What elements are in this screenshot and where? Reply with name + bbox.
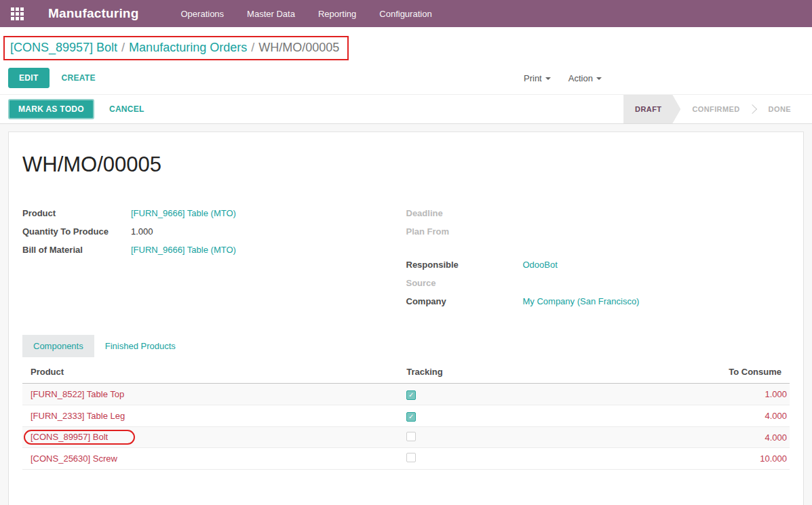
mo-title: WH/MO/00005 [22,153,790,177]
table-row[interactable]: [FURN_8522] Table Top 1.000 [22,384,790,405]
nav-item-reporting[interactable]: Reporting [318,9,356,19]
nav-item-configuration[interactable]: Configuration [379,9,431,19]
cell-to-consume: 1.000 [644,384,790,405]
form-sheet: WH/MO/00005 Product [FURN_9666] Table (M… [8,132,804,505]
apps-grid-icon[interactable] [11,7,24,20]
field-responsible: Responsible OdooBot [406,260,790,272]
cell-product[interactable]: [CONS_25630] Screw [31,452,117,465]
edit-button[interactable]: EDIT [8,68,50,88]
breadcrumb-item-bolt[interactable]: [CONS_89957] Bolt [10,41,117,54]
control-panel: [CONS_89957] Bolt/Manufacturing Orders/W… [0,27,812,91]
field-company: Company My Company (San Francisco) [406,296,790,308]
table-row[interactable]: [CONS_89957] Bolt 4.000 [22,427,790,448]
cell-product[interactable]: [FURN_2333] Table Leg [31,409,125,422]
field-label-product: Product [22,208,131,218]
field-label-company: Company [406,296,523,306]
top-navbar: Manufacturing Operations Master Data Rep… [0,0,812,27]
action-dropdown[interactable]: Action [568,73,602,83]
column-header-tracking[interactable]: Tracking [398,361,644,384]
breadcrumb-separator: / [117,41,129,54]
field-value-product[interactable]: [FURN_9666] Table (MTO) [131,208,236,218]
button-row: EDIT CREATE Print Action [8,65,804,91]
cell-to-consume: 4.000 [644,427,790,448]
status-step-done[interactable]: DONE [757,95,803,123]
nav-item-master-data[interactable]: Master Data [247,9,295,19]
field-value-quantity: 1.000 [131,226,153,237]
tracking-checkbox[interactable] [406,432,416,441]
create-button[interactable]: CREATE [62,73,96,83]
notebook-tabs: Components Finished Products [22,335,790,357]
cell-product-bolt-annotated[interactable]: [CONS_89957] Bolt [24,430,135,445]
print-dropdown[interactable]: Print [524,73,551,83]
field-value-company[interactable]: My Company (San Francisco) [523,296,640,306]
form-view: WH/MO/00005 Product [FURN_9666] Table (M… [0,124,812,505]
breadcrumb: [CONS_89957] Bolt/Manufacturing Orders/W… [10,41,339,55]
caret-down-icon [545,77,551,80]
nav-menu: Operations Master Data Reporting Configu… [181,9,432,19]
notebook: Components Finished Products Product Tra… [22,335,790,470]
field-label-source: Source [406,278,523,288]
field-plan-from: Plan From [406,226,790,239]
cancel-button[interactable]: CANCEL [109,104,144,114]
dropdown-group: Print Action [524,65,602,91]
field-group-left: Product [FURN_9666] Table (MTO) Quantity… [22,208,406,315]
statusbar: MARK AS TODO CANCEL DRAFT CONFIRMED DONE [0,94,812,124]
nav-item-operations[interactable]: Operations [181,9,225,19]
tab-components[interactable]: Components [22,335,94,357]
breadcrumb-separator: / [247,41,258,54]
field-label-quantity: Quantity To Produce [22,226,131,237]
status-stepper: DRAFT CONFIRMED DONE [623,95,812,123]
status-step-draft[interactable]: DRAFT [623,95,680,123]
breadcrumb-item-manufacturing-orders[interactable]: Manufacturing Orders [129,41,247,54]
breadcrumb-annotation-box: [CONS_89957] Bolt/Manufacturing Orders/W… [3,36,349,60]
components-table-header: Product Tracking To Consume [22,361,790,384]
status-step-confirmed[interactable]: CONFIRMED [680,95,751,123]
column-header-product[interactable]: Product [22,361,398,384]
field-value-bom[interactable]: [FURN_9666] Table (MTO) [131,245,236,255]
mark-as-todo-button[interactable]: MARK AS TODO [8,99,94,119]
table-row[interactable]: [FURN_2333] Table Leg 4.000 [22,405,790,427]
caret-down-icon [596,77,602,80]
field-grid: Product [FURN_9666] Table (MTO) Quantity… [22,208,790,315]
field-deadline: Deadline [406,208,790,220]
cell-to-consume: 4.000 [644,405,790,427]
field-product: Product [FURN_9666] Table (MTO) [22,208,406,220]
field-label-plan-from: Plan From [406,226,523,237]
tracking-checkbox[interactable] [406,390,416,400]
app-name[interactable]: Manufacturing [48,6,139,21]
column-header-to-consume[interactable]: To Consume [644,361,790,384]
tracking-checkbox[interactable] [406,412,416,422]
breadcrumb-item-current: WH/MO/00005 [258,41,339,54]
field-bill-of-material: Bill of Material [FURN_9666] Table (MTO) [22,245,406,257]
field-value-responsible[interactable]: OdooBot [523,260,558,270]
cell-product[interactable]: [FURN_8522] Table Top [31,388,124,401]
field-label-deadline: Deadline [406,208,523,218]
components-table: Product Tracking To Consume [FURN_8522] … [22,361,790,470]
field-spacer [406,245,790,260]
field-quantity-to-produce: Quantity To Produce 1.000 [22,226,406,239]
table-row[interactable]: [CONS_25630] Screw 10.000 [22,448,790,470]
field-label-responsible: Responsible [406,260,523,270]
field-group-right: Deadline Plan From Responsible OdooBot S… [406,208,790,315]
tab-finished-products[interactable]: Finished Products [94,335,187,357]
tracking-checkbox[interactable] [406,453,416,462]
field-label-bom: Bill of Material [22,245,131,255]
field-source: Source [406,278,790,290]
cell-to-consume: 10.000 [644,448,790,470]
